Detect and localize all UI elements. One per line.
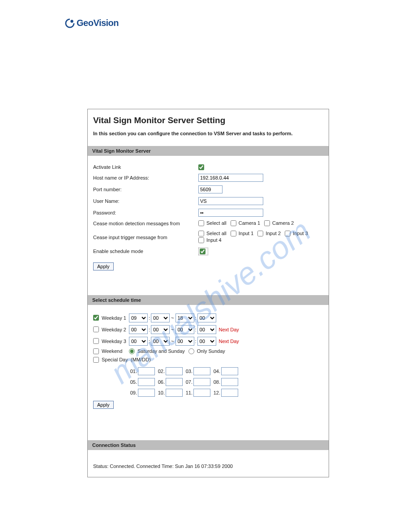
motion-camera1[interactable]: Camera 1 xyxy=(231,220,260,226)
weekend-onlysun[interactable]: Only Sunday xyxy=(188,348,225,354)
brand-name: GeoVision xyxy=(77,18,119,28)
weekday2-checkbox[interactable] xyxy=(93,326,99,332)
weekday1-m1[interactable]: 00 xyxy=(151,313,170,322)
weekend-label[interactable]: Weekend xyxy=(93,348,129,354)
weekday1-h2[interactable]: 18 xyxy=(176,313,194,322)
section-header-schedule: Select schedule time xyxy=(88,295,329,305)
password-input[interactable] xyxy=(198,209,263,217)
motion-camera2-checkbox[interactable] xyxy=(264,220,270,226)
user-input[interactable] xyxy=(198,197,263,205)
weekday2-h2[interactable]: 00 xyxy=(176,325,194,334)
weekday1-checkbox[interactable] xyxy=(93,315,99,321)
activate-link-label: Activate Link xyxy=(93,164,198,170)
input-3[interactable]: Input 3 xyxy=(285,231,308,236)
page-subtitle: In this section you can configure the co… xyxy=(93,131,323,136)
weekday2-h1[interactable]: 00 xyxy=(129,325,148,334)
enable-schedule-checkbox[interactable] xyxy=(200,249,206,254)
enable-schedule-focus xyxy=(198,248,208,255)
sp-06[interactable] xyxy=(166,378,183,386)
sp-12[interactable] xyxy=(221,389,238,397)
weekend-satsun[interactable]: Saturday and Sunday xyxy=(129,348,185,354)
input-1-checkbox[interactable] xyxy=(231,231,236,236)
input-4[interactable]: Input 4 xyxy=(198,237,222,243)
password-label: Password: xyxy=(93,210,198,215)
weekday3-h2[interactable]: 00 xyxy=(176,337,194,346)
special-day-grid: 01. 02. 03. 04. 05. 06. 07. 08. 09. 10. xyxy=(129,364,323,398)
brand-logo: GeoVision xyxy=(65,18,411,28)
weekend-onlysun-radio[interactable] xyxy=(188,348,194,354)
input-2[interactable]: Input 2 xyxy=(257,231,281,236)
motion-selectall[interactable]: Select all xyxy=(198,220,227,226)
section-header-connection: Connection Status xyxy=(88,440,329,450)
sp-11[interactable] xyxy=(193,389,210,397)
input-selectall[interactable]: Select all xyxy=(198,231,227,236)
svg-point-0 xyxy=(70,20,73,22)
motion-selectall-checkbox[interactable] xyxy=(198,220,204,226)
enable-schedule-label: Enable schedule mode xyxy=(93,249,198,254)
specialday-checkbox[interactable] xyxy=(93,357,99,363)
connection-status-text: Status: Connected. Connected Time: Sun J… xyxy=(93,463,233,469)
weekday3-checkbox[interactable] xyxy=(93,338,99,344)
weekday2-m1[interactable]: 00 xyxy=(151,325,170,334)
logo-mark-icon xyxy=(65,18,75,28)
sp-02[interactable] xyxy=(166,367,183,375)
motion-camera1-checkbox[interactable] xyxy=(231,220,236,226)
host-input[interactable] xyxy=(198,174,263,182)
port-label: Port number: xyxy=(93,187,198,192)
sp-03[interactable] xyxy=(193,367,210,375)
motion-camera2[interactable]: Camera 2 xyxy=(264,220,294,226)
section-header-server: Vital Sign Monitor Server xyxy=(88,146,329,156)
weekday3-h1[interactable]: 00 xyxy=(129,337,148,346)
input-4-checkbox[interactable] xyxy=(198,237,204,243)
cease-motion-label: Cease motion detection messages from xyxy=(93,221,198,226)
input-selectall-checkbox[interactable] xyxy=(198,231,204,236)
weekday3-label[interactable]: Weekday 3 xyxy=(93,338,129,344)
sp-04[interactable] xyxy=(221,367,238,375)
weekday3-m1[interactable]: 00 xyxy=(151,337,170,346)
settings-panel: manualshive.com Vital Sign Monitor Serve… xyxy=(87,109,329,477)
sp-05[interactable] xyxy=(138,378,155,386)
port-input[interactable] xyxy=(198,185,223,193)
sp-08[interactable] xyxy=(221,378,238,386)
weekday2-m2[interactable]: 00 xyxy=(197,325,216,334)
weekday1-m2[interactable]: 00 xyxy=(197,313,216,322)
sp-01[interactable] xyxy=(138,367,155,375)
weekend-checkbox[interactable] xyxy=(93,348,99,354)
user-label: User Name: xyxy=(93,198,198,204)
apply-button-server[interactable]: Apply xyxy=(93,262,114,270)
specialday-label[interactable]: Special Day xyxy=(93,357,129,363)
apply-button-schedule[interactable]: Apply xyxy=(93,401,114,409)
weekend-satsun-radio[interactable] xyxy=(129,348,135,354)
mmdd-label: (MM/DD) xyxy=(131,357,151,362)
input-2-checkbox[interactable] xyxy=(257,231,263,236)
input-1[interactable]: Input 1 xyxy=(231,231,254,236)
sp-09[interactable] xyxy=(138,389,155,397)
activate-link-checkbox[interactable] xyxy=(198,164,204,170)
weekday1-h1[interactable]: 09 xyxy=(129,313,148,322)
weekday2-nextday: Next Day xyxy=(219,327,239,332)
weekday1-label[interactable]: Weekday 1 xyxy=(93,315,129,321)
input-3-checkbox[interactable] xyxy=(285,231,291,236)
host-label: Host name or IP Address: xyxy=(93,175,198,180)
sp-10[interactable] xyxy=(166,389,183,397)
page-title: Vital Sign Monitor Server Setting xyxy=(93,116,323,125)
weekday3-nextday: Next Day xyxy=(219,339,239,344)
cease-input-label: Cease input trigger message from xyxy=(93,235,198,240)
weekday3-m2[interactable]: 00 xyxy=(197,337,216,346)
weekday2-label[interactable]: Weekday 2 xyxy=(93,326,129,332)
sp-07[interactable] xyxy=(193,378,210,386)
